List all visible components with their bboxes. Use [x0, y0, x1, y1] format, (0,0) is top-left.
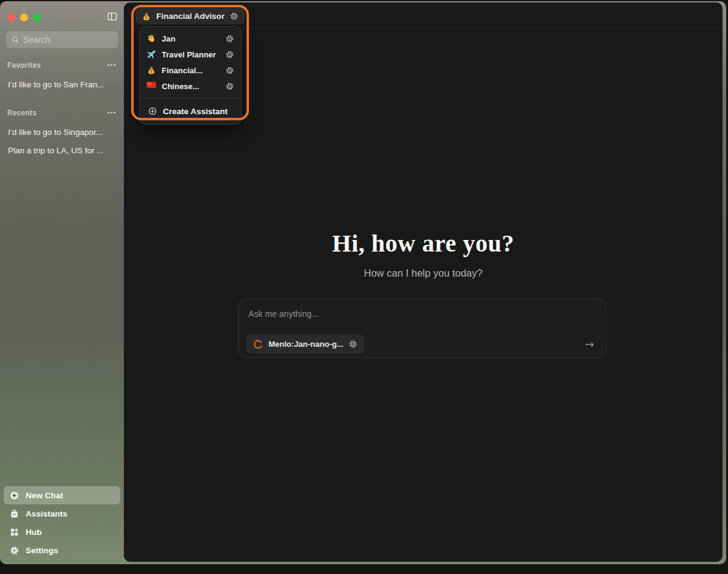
- gear-icon: [229, 12, 239, 21]
- greeting-subtitle: How can I help you today?: [124, 267, 723, 279]
- dropdown-separator: [140, 98, 241, 98]
- greeting: Hi, how are you? How can I help you toda…: [124, 229, 723, 279]
- gear-icon: [348, 340, 358, 349]
- app-window: Favorites ••• I’d like to go to San Fran…: [0, 1, 726, 564]
- model-provider-icon: [253, 339, 264, 350]
- assistant-option-financial[interactable]: Financial...: [140, 62, 241, 78]
- sidebar-item-assistants[interactable]: Assistants: [4, 504, 120, 523]
- sidebar-item-hub[interactable]: Hub: [4, 523, 120, 541]
- assistant-option-label: Travel Planner: [162, 50, 220, 59]
- money-bag-icon: [142, 12, 151, 21]
- new-chat-icon: [9, 490, 20, 501]
- arrow-right-icon: →: [585, 338, 594, 351]
- gear-icon: [225, 50, 234, 59]
- model-settings-button[interactable]: [348, 340, 358, 349]
- sidebar-toggle-icon: [106, 11, 118, 22]
- send-button[interactable]: →: [582, 335, 597, 354]
- main-panel: Financial Advisor Jan Travel Planner: [124, 2, 723, 562]
- sidebar-toggle-button[interactable]: [106, 11, 119, 23]
- recents-more-button[interactable]: •••: [106, 109, 118, 117]
- window-controls: [7, 13, 41, 21]
- china-flag-icon: [146, 81, 156, 91]
- favorites-more-button[interactable]: •••: [106, 61, 118, 70]
- composer: Menlo:Jan-nano-g... →: [238, 298, 607, 358]
- assistant-option-settings-button[interactable]: [225, 34, 234, 43]
- assistant-option-travel-planner[interactable]: Travel Planner: [140, 46, 241, 62]
- sidebar-item-new-chat[interactable]: New Chat: [4, 486, 120, 504]
- chat-item[interactable]: I’d like to go to Singapor...: [4, 123, 120, 140]
- chat-item[interactable]: I’d like to go to San Fran...: [4, 76, 120, 93]
- chat-item[interactable]: Plan a trip to LA, US for ...: [4, 142, 120, 159]
- assistant-option-label: Jan: [162, 34, 220, 43]
- settings-icon: [9, 545, 20, 556]
- assistant-option-jan[interactable]: Jan: [140, 31, 241, 46]
- main-titlebar: Financial Advisor: [124, 2, 723, 29]
- sidebar-item-settings[interactable]: Settings: [4, 541, 120, 559]
- nav-label: New Chat: [26, 491, 63, 500]
- search-input[interactable]: [23, 35, 114, 45]
- assistants-icon: [9, 509, 20, 519]
- zoom-button[interactable]: [33, 13, 41, 21]
- assistant-option-settings-button[interactable]: [225, 82, 234, 91]
- sidebar-bottom-nav: New Chat Assistants Hub Settings: [4, 486, 120, 559]
- assistant-option-settings-button[interactable]: [225, 50, 234, 59]
- favorites-label: Favorites: [7, 61, 41, 70]
- assistant-option-label: Chinese...: [162, 82, 220, 91]
- assistant-option-settings-button[interactable]: [225, 66, 234, 75]
- gear-icon: [225, 82, 234, 91]
- model-selector-label: Menlo:Jan-nano-g...: [268, 340, 344, 349]
- gear-icon: [225, 66, 234, 75]
- close-button[interactable]: [7, 13, 15, 21]
- assistant-selector-button[interactable]: Financial Advisor: [135, 8, 245, 24]
- create-assistant-button[interactable]: Create Assistant: [140, 102, 241, 120]
- assistant-settings-button[interactable]: [229, 12, 239, 21]
- sidebar: Favorites ••• I’d like to go to San Fran…: [0, 1, 124, 564]
- minimize-button[interactable]: [20, 13, 28, 21]
- screen: Favorites ••• I’d like to go to San Fran…: [0, 0, 728, 574]
- plus-circle-icon: [148, 106, 157, 116]
- assistant-dropdown: Jan Travel Planner Financial... Chinese.…: [139, 26, 242, 125]
- gear-icon: [225, 34, 234, 43]
- money-bag-icon: [146, 65, 156, 75]
- search-bar[interactable]: [6, 31, 118, 48]
- wave-icon: [146, 34, 156, 43]
- assistant-option-label: Financial...: [162, 66, 220, 75]
- message-input[interactable]: [248, 307, 596, 321]
- model-selector-button[interactable]: Menlo:Jan-nano-g...: [246, 335, 364, 354]
- recents-section-header: Recents •••: [7, 108, 118, 118]
- hub-icon: [9, 527, 20, 537]
- create-assistant-label: Create Assistant: [163, 107, 228, 116]
- favorites-section-header: Favorites •••: [7, 60, 118, 70]
- nav-label: Settings: [26, 546, 58, 555]
- airplane-icon: [146, 49, 156, 59]
- nav-label: Hub: [26, 528, 41, 537]
- recents-label: Recents: [7, 109, 37, 117]
- assistant-selector-label: Financial Advisor: [156, 12, 225, 21]
- greeting-title: Hi, how are you?: [124, 229, 723, 258]
- sidebar-titlebar: [7, 12, 119, 23]
- search-icon: [11, 35, 20, 44]
- assistant-option-chinese[interactable]: Chinese...: [140, 78, 241, 94]
- nav-label: Assistants: [26, 509, 67, 518]
